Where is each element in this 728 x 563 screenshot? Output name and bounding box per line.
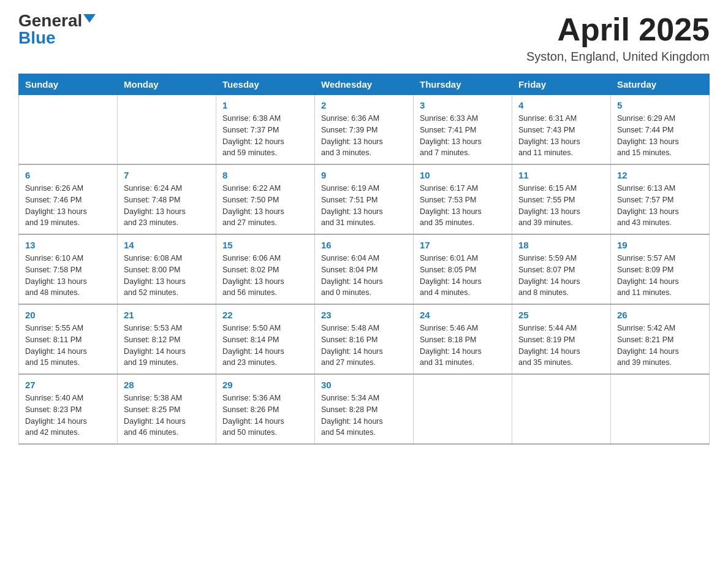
month-title: April 2025 <box>526 12 710 47</box>
day-info: Sunrise: 6:17 AMSunset: 7:53 PMDaylight:… <box>420 183 506 229</box>
logo-triangle-icon <box>83 14 96 23</box>
day-info: Sunrise: 6:13 AMSunset: 7:57 PMDaylight:… <box>617 183 703 229</box>
calendar-cell: 21Sunrise: 5:53 AMSunset: 8:12 PMDayligh… <box>118 304 216 374</box>
day-info: Sunrise: 6:26 AMSunset: 7:46 PMDaylight:… <box>25 183 111 229</box>
day-number: 20 <box>25 310 111 320</box>
calendar-cell: 29Sunrise: 5:36 AMSunset: 8:26 PMDayligh… <box>216 374 315 444</box>
day-number: 22 <box>222 310 308 320</box>
logo-general-text: General <box>18 12 82 29</box>
day-info: Sunrise: 5:59 AMSunset: 8:07 PMDaylight:… <box>518 253 604 299</box>
day-info: Sunrise: 6:08 AMSunset: 8:00 PMDaylight:… <box>124 253 210 299</box>
day-info: Sunrise: 6:01 AMSunset: 8:05 PMDaylight:… <box>420 253 506 299</box>
day-info: Sunrise: 5:48 AMSunset: 8:16 PMDaylight:… <box>321 323 407 369</box>
day-number: 13 <box>25 240 111 250</box>
day-number: 28 <box>124 380 210 390</box>
day-info: Sunrise: 6:15 AMSunset: 7:55 PMDaylight:… <box>518 183 604 229</box>
calendar-header: SundayMondayTuesdayWednesdayThursdayFrid… <box>19 74 710 95</box>
calendar-cell: 25Sunrise: 5:44 AMSunset: 8:19 PMDayligh… <box>512 304 611 374</box>
day-number: 29 <box>222 380 308 390</box>
calendar-cell: 17Sunrise: 6:01 AMSunset: 8:05 PMDayligh… <box>414 234 512 304</box>
column-header-friday: Friday <box>512 74 611 95</box>
day-number: 8 <box>222 170 308 180</box>
column-header-saturday: Saturday <box>611 74 710 95</box>
calendar-cell <box>512 374 611 444</box>
day-info: Sunrise: 5:34 AMSunset: 8:28 PMDaylight:… <box>321 393 407 439</box>
calendar-cell: 14Sunrise: 6:08 AMSunset: 8:00 PMDayligh… <box>118 234 216 304</box>
calendar-cell <box>19 95 118 165</box>
day-number: 14 <box>124 240 210 250</box>
calendar-cell: 9Sunrise: 6:19 AMSunset: 7:51 PMDaylight… <box>315 164 414 234</box>
calendar-cell: 4Sunrise: 6:31 AMSunset: 7:43 PMDaylight… <box>512 95 611 165</box>
day-number: 4 <box>518 100 604 110</box>
calendar-cell: 16Sunrise: 6:04 AMSunset: 8:04 PMDayligh… <box>315 234 414 304</box>
calendar-cell: 15Sunrise: 6:06 AMSunset: 8:02 PMDayligh… <box>216 234 315 304</box>
day-number: 19 <box>617 240 703 250</box>
day-number: 26 <box>617 310 703 320</box>
calendar-cell: 11Sunrise: 6:15 AMSunset: 7:55 PMDayligh… <box>512 164 611 234</box>
calendar-table: SundayMondayTuesdayWednesdayThursdayFrid… <box>18 74 710 445</box>
column-header-sunday: Sunday <box>19 74 118 95</box>
day-info: Sunrise: 5:50 AMSunset: 8:14 PMDaylight:… <box>222 323 308 369</box>
calendar-cell: 23Sunrise: 5:48 AMSunset: 8:16 PMDayligh… <box>315 304 414 374</box>
calendar-week-2: 6Sunrise: 6:26 AMSunset: 7:46 PMDaylight… <box>19 164 710 234</box>
day-info: Sunrise: 5:42 AMSunset: 8:21 PMDaylight:… <box>617 323 703 369</box>
location-text: Syston, England, United Kingdom <box>526 50 710 64</box>
column-header-wednesday: Wednesday <box>315 74 414 95</box>
logo: General Blue <box>18 12 96 47</box>
column-header-tuesday: Tuesday <box>216 74 315 95</box>
calendar-week-5: 27Sunrise: 5:40 AMSunset: 8:23 PMDayligh… <box>19 374 710 444</box>
page-header: General Blue April 2025 Syston, England,… <box>18 12 710 64</box>
calendar-week-3: 13Sunrise: 6:10 AMSunset: 7:58 PMDayligh… <box>19 234 710 304</box>
day-number: 16 <box>321 240 407 250</box>
day-number: 12 <box>617 170 703 180</box>
day-number: 1 <box>222 100 308 110</box>
day-number: 5 <box>617 100 703 110</box>
calendar-cell: 3Sunrise: 6:33 AMSunset: 7:41 PMDaylight… <box>414 95 512 165</box>
column-header-monday: Monday <box>118 74 216 95</box>
day-number: 2 <box>321 100 407 110</box>
calendar-cell: 12Sunrise: 6:13 AMSunset: 7:57 PMDayligh… <box>611 164 710 234</box>
day-info: Sunrise: 6:33 AMSunset: 7:41 PMDaylight:… <box>420 113 506 159</box>
calendar-cell: 7Sunrise: 6:24 AMSunset: 7:48 PMDaylight… <box>118 164 216 234</box>
day-info: Sunrise: 6:31 AMSunset: 7:43 PMDaylight:… <box>518 113 604 159</box>
day-info: Sunrise: 6:36 AMSunset: 7:39 PMDaylight:… <box>321 113 407 159</box>
calendar-cell: 6Sunrise: 6:26 AMSunset: 7:46 PMDaylight… <box>19 164 118 234</box>
day-info: Sunrise: 6:22 AMSunset: 7:50 PMDaylight:… <box>222 183 308 229</box>
logo-blue-text: Blue <box>18 29 56 47</box>
calendar-cell: 18Sunrise: 5:59 AMSunset: 8:07 PMDayligh… <box>512 234 611 304</box>
calendar-cell: 30Sunrise: 5:34 AMSunset: 8:28 PMDayligh… <box>315 374 414 444</box>
day-number: 17 <box>420 240 506 250</box>
calendar-cell: 26Sunrise: 5:42 AMSunset: 8:21 PMDayligh… <box>611 304 710 374</box>
day-info: Sunrise: 6:06 AMSunset: 8:02 PMDaylight:… <box>222 253 308 299</box>
calendar-cell: 5Sunrise: 6:29 AMSunset: 7:44 PMDaylight… <box>611 95 710 165</box>
calendar-cell: 19Sunrise: 5:57 AMSunset: 8:09 PMDayligh… <box>611 234 710 304</box>
day-info: Sunrise: 6:04 AMSunset: 8:04 PMDaylight:… <box>321 253 407 299</box>
day-number: 21 <box>124 310 210 320</box>
day-number: 10 <box>420 170 506 180</box>
day-number: 11 <box>518 170 604 180</box>
calendar-body: 1Sunrise: 6:38 AMSunset: 7:37 PMDaylight… <box>19 95 710 445</box>
day-info: Sunrise: 5:36 AMSunset: 8:26 PMDaylight:… <box>222 393 308 439</box>
day-number: 18 <box>518 240 604 250</box>
calendar-cell <box>118 95 216 165</box>
day-number: 24 <box>420 310 506 320</box>
day-number: 25 <box>518 310 604 320</box>
day-info: Sunrise: 5:44 AMSunset: 8:19 PMDaylight:… <box>518 323 604 369</box>
calendar-cell: 22Sunrise: 5:50 AMSunset: 8:14 PMDayligh… <box>216 304 315 374</box>
calendar-week-1: 1Sunrise: 6:38 AMSunset: 7:37 PMDaylight… <box>19 95 710 165</box>
calendar-cell: 28Sunrise: 5:38 AMSunset: 8:25 PMDayligh… <box>118 374 216 444</box>
day-info: Sunrise: 6:10 AMSunset: 7:58 PMDaylight:… <box>25 253 111 299</box>
calendar-cell: 24Sunrise: 5:46 AMSunset: 8:18 PMDayligh… <box>414 304 512 374</box>
column-header-thursday: Thursday <box>414 74 512 95</box>
day-info: Sunrise: 5:53 AMSunset: 8:12 PMDaylight:… <box>124 323 210 369</box>
day-info: Sunrise: 6:19 AMSunset: 7:51 PMDaylight:… <box>321 183 407 229</box>
day-number: 9 <box>321 170 407 180</box>
day-info: Sunrise: 5:40 AMSunset: 8:23 PMDaylight:… <box>25 393 111 439</box>
day-number: 6 <box>25 170 111 180</box>
calendar-cell <box>611 374 710 444</box>
calendar-cell: 13Sunrise: 6:10 AMSunset: 7:58 PMDayligh… <box>19 234 118 304</box>
calendar-cell: 20Sunrise: 5:55 AMSunset: 8:11 PMDayligh… <box>19 304 118 374</box>
calendar-header-row: SundayMondayTuesdayWednesdayThursdayFrid… <box>19 74 710 95</box>
day-info: Sunrise: 6:38 AMSunset: 7:37 PMDaylight:… <box>222 113 308 159</box>
day-info: Sunrise: 5:57 AMSunset: 8:09 PMDaylight:… <box>617 253 703 299</box>
